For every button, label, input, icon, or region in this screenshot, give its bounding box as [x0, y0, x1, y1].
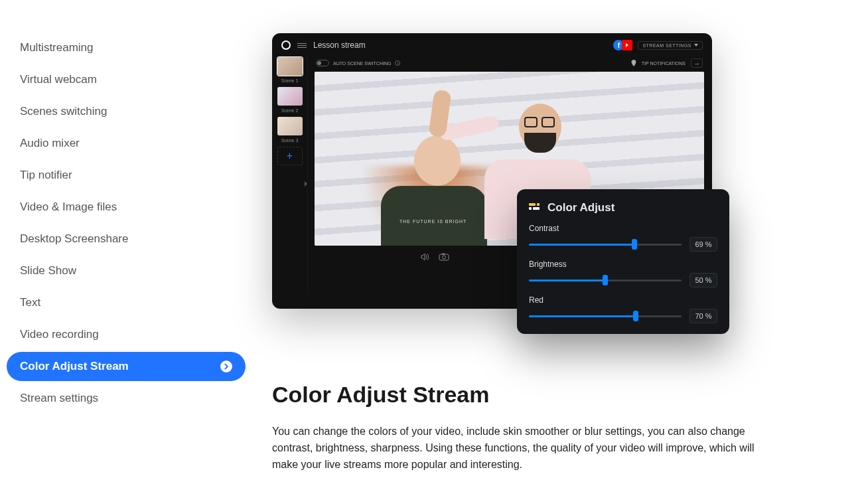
sidebar-item-label: Multistreaming — [20, 41, 94, 54]
sidebar-item-label: Slide Show — [20, 264, 76, 278]
scene-thumb-3[interactable] — [277, 117, 303, 135]
shirt-text: THE FUTURE IS BRIGHT — [399, 219, 467, 224]
svg-point-2 — [443, 256, 446, 259]
sidebar-item-label: Audio mixer — [20, 137, 80, 150]
slider-brightness: Brightness 50 % — [529, 260, 717, 287]
tip-notifications-label: TIP NOTIFICATIONS — [642, 61, 686, 66]
stream-settings-label: STREAM SETTINGS — [642, 43, 691, 48]
red-value: 70 % — [689, 309, 717, 323]
svg-point-0 — [221, 361, 232, 372]
contrast-value: 69 % — [689, 237, 717, 252]
scenes-sidebar: Scene 1 Scene 2 Scene 3 + — [272, 54, 308, 293]
stream-settings-dropdown[interactable]: STREAM SETTINGS — [638, 41, 703, 50]
sidebar-item-label: Color Adjust Stream — [20, 360, 129, 373]
scene-label: Scene 3 — [281, 138, 299, 143]
add-scene-button[interactable]: + — [277, 147, 303, 165]
scene-label: Scene 1 — [281, 78, 299, 83]
sidebar-item-color-adjust-stream[interactable]: Color Adjust Stream — [7, 352, 246, 381]
sidebar-item-text[interactable]: Text — [7, 288, 246, 317]
auto-scene-toggle[interactable] — [316, 60, 329, 66]
slider-label: Red — [529, 295, 717, 305]
pin-icon — [631, 60, 636, 66]
brightness-value: 50 % — [689, 273, 717, 287]
page-heading: Color Adjust Stream — [272, 382, 855, 408]
sidebar-item-video-recording[interactable]: Video recording — [7, 320, 246, 349]
sidebar-item-video-image-files[interactable]: Video & Image files — [7, 193, 246, 222]
person-woman: THE FUTURE IS BRIGHT — [381, 120, 494, 246]
social-destinations[interactable]: f — [613, 40, 632, 50]
svg-rect-3 — [442, 254, 445, 255]
app-window-screenshot: Lesson stream f STREAM SETTINGS Scene 1 … — [272, 33, 712, 309]
sliders-icon — [529, 203, 541, 212]
red-slider[interactable] — [529, 315, 682, 317]
app-logo-icon — [281, 40, 291, 50]
sidebar-item-scenes-switching[interactable]: Scenes switching — [7, 97, 246, 126]
sidebar-item-label: Virtual webcam — [20, 73, 97, 86]
page-description: You can change the colors of your video,… — [272, 424, 757, 473]
feature-sidebar: Multistreaming Virtual webcam Scenes swi… — [7, 33, 246, 473]
sidebar-item-audio-mixer[interactable]: Audio mixer — [7, 129, 246, 158]
color-adjust-panel: Color Adjust Contrast 69 % Brightness 50… — [517, 189, 729, 334]
sidebar-item-slide-show[interactable]: Slide Show — [7, 256, 246, 285]
youtube-icon — [622, 40, 632, 50]
svg-rect-1 — [439, 254, 449, 260]
app-titlebar: Lesson stream f STREAM SETTINGS — [272, 33, 712, 54]
scene-thumb-1[interactable] — [277, 57, 303, 76]
scene-thumb-2[interactable] — [277, 87, 303, 106]
expand-button[interactable]: → — [691, 58, 703, 68]
sidebar-item-label: Stream settings — [20, 392, 98, 405]
sidebar-item-virtual-webcam[interactable]: Virtual webcam — [7, 65, 246, 94]
slider-red: Red 70 % — [529, 295, 717, 323]
sidebar-item-desktop-screenshare[interactable]: Desktop Screenshare — [7, 224, 246, 254]
slider-label: Brightness — [529, 260, 717, 269]
sidebar-item-multistreaming[interactable]: Multistreaming — [7, 33, 246, 62]
stream-title: Lesson stream — [313, 40, 366, 50]
scene-label: Scene 2 — [281, 108, 299, 113]
menu-icon[interactable] — [297, 43, 307, 48]
sidebar-item-label: Scenes switching — [20, 105, 107, 118]
sidebar-item-label: Tip notifier — [20, 169, 72, 182]
info-icon[interactable]: i — [395, 60, 400, 66]
contrast-slider[interactable] — [529, 244, 682, 246]
speaker-icon[interactable] — [419, 252, 431, 262]
sidebar-item-label: Video recording — [20, 328, 99, 341]
sidebar-item-tip-notifier[interactable]: Tip notifier — [7, 161, 246, 190]
sidebar-item-label: Desktop Screenshare — [20, 232, 128, 246]
slider-label: Contrast — [529, 224, 717, 233]
content-area: Lesson stream f STREAM SETTINGS Scene 1 … — [272, 33, 855, 473]
auto-scene-label: AUTO SCENE SWITCHING — [333, 61, 391, 66]
brightness-slider[interactable] — [529, 280, 682, 281]
camera-icon[interactable] — [438, 252, 450, 262]
sidebar-item-stream-settings[interactable]: Stream settings — [7, 384, 246, 413]
sidebar-item-label: Video & Image files — [20, 200, 117, 214]
chevron-down-icon — [694, 44, 698, 46]
chevron-right-icon — [220, 360, 232, 372]
slider-contrast: Contrast 69 % — [529, 224, 717, 252]
sidebar-item-label: Text — [20, 296, 40, 309]
color-panel-title: Color Adjust — [547, 201, 615, 214]
